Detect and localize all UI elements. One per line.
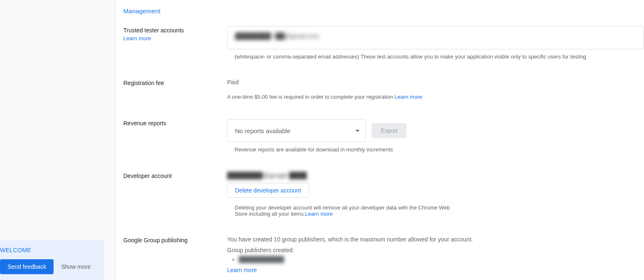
group-publisher-item: ███████████	[239, 256, 644, 263]
revenue-reports-select[interactable]: No reports available	[227, 119, 366, 142]
registration-fee-helper: A one-time $5.00 fee is required in orde…	[227, 94, 644, 100]
revenue-reports-controls: No reports available Export	[227, 119, 406, 142]
registration-fee-label: Registration fee	[123, 79, 227, 86]
registration-fee-value: Paid	[227, 79, 644, 85]
trusted-testers-row: Trusted tester accounts Learn more j████…	[123, 26, 644, 60]
group-publishing-description: You have created 10 group publishers, wh…	[227, 236, 644, 243]
group-publishing-content: You have created 10 group publishers, wh…	[227, 236, 644, 273]
trusted-testers-input[interactable]: j████████ k██@gmail.com	[227, 26, 644, 49]
registration-fee-learn-more-link[interactable]: Learn more	[394, 94, 422, 100]
developer-account-label: Developer account	[123, 172, 227, 179]
revenue-reports-label: Revenue reports	[123, 119, 227, 127]
developer-account-email: ████████@google.████	[227, 172, 451, 179]
trusted-testers-content: j████████ k██@gmail.com (whitespace- or …	[227, 26, 644, 60]
registration-fee-content: Paid A one-time $5.00 fee is required in…	[227, 79, 644, 100]
export-button: Export	[372, 123, 406, 138]
chevron-down-icon	[355, 130, 360, 132]
revenue-reports-helper: Revenue reports are available for downlo…	[227, 146, 644, 153]
revenue-reports-selected: No reports available	[235, 127, 290, 134]
main-content: Management Trusted tester accounts Learn…	[115, 0, 644, 280]
welcome-popup: WELCOME Send feedback Show more	[0, 240, 104, 280]
revenue-reports-row: Revenue reports No reports available Exp…	[123, 119, 644, 153]
developer-account-learn-more-link[interactable]: Learn more	[305, 211, 333, 217]
sidebar	[0, 0, 115, 280]
group-publishing-learn-more-link[interactable]: Learn more	[227, 267, 257, 273]
group-publishing-row: Google Group publishing You have created…	[123, 236, 644, 273]
developer-account-content: ████████@google.████ Delete developer ac…	[227, 172, 451, 217]
delete-developer-account-button[interactable]: Delete developer account	[227, 183, 309, 198]
group-publishing-subheading: Group publishers created:	[227, 247, 644, 253]
welcome-popup-title: WELCOME	[0, 247, 98, 253]
trusted-testers-helper: (whitespace- or comma-separated email ad…	[227, 54, 644, 60]
registration-fee-helper-text: A one-time $5.00 fee is required in orde…	[227, 94, 394, 100]
group-publisher-item-name: ███████████	[239, 256, 284, 263]
developer-account-row: Developer account ████████@google.████ D…	[123, 172, 644, 217]
group-publishers-list: ███████████	[227, 256, 644, 263]
registration-fee-row: Registration fee Paid A one-time $5.00 f…	[123, 79, 644, 100]
welcome-popup-actions: Send feedback Show more	[0, 259, 98, 274]
show-more-button[interactable]: Show more	[61, 263, 91, 270]
trusted-testers-value: j████████ k██@gmail.com	[234, 32, 319, 39]
developer-account-helper-text: Deleting your developer account will rem…	[235, 205, 450, 217]
group-publishing-label: Google Group publishing	[123, 236, 227, 243]
management-section-title: Management	[123, 7, 644, 15]
trusted-testers-label-wrap: Trusted tester accounts Learn more	[123, 26, 227, 41]
trusted-testers-learn-more-link[interactable]: Learn more	[123, 35, 227, 41]
developer-account-helper: Deleting your developer account will rem…	[227, 205, 451, 217]
revenue-reports-content: No reports available Export Revenue repo…	[227, 119, 644, 153]
trusted-testers-label: Trusted tester accounts	[123, 27, 184, 34]
send-feedback-button[interactable]: Send feedback	[0, 259, 54, 274]
